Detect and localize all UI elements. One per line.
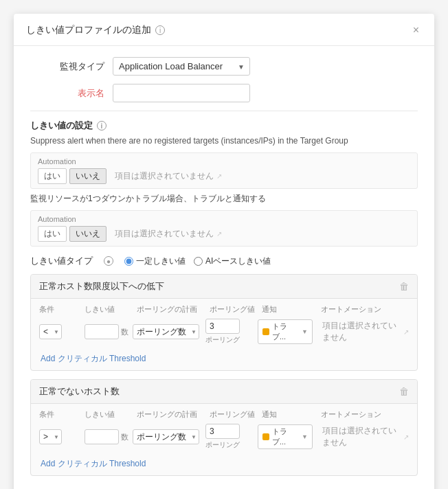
- no-button-2[interactable]: いいえ: [69, 226, 107, 242]
- status-dot-1: [262, 433, 269, 440]
- display-name-row: 表示名: [30, 84, 418, 102]
- radio-ai[interactable]: AIベースしきい値: [194, 255, 271, 267]
- threshold-settings-title: しきい値の設定 i: [30, 120, 418, 132]
- monitoring-type-select-wrapper: Application Load Balancer ▼: [113, 57, 250, 76]
- polling-sub-1: ポーリング: [205, 440, 240, 450]
- display-name-label: 表示名: [30, 87, 113, 100]
- col-header-joken-0: 条件: [39, 304, 80, 315]
- monitoring-type-control: Application Load Balancer ▼: [113, 57, 278, 76]
- col-header-polling-val-1: ポーリング値: [210, 409, 258, 420]
- trash-icon-0[interactable]: 🗑: [399, 281, 409, 292]
- threshold-settings-info-icon[interactable]: i: [97, 121, 107, 130]
- monitoring-type-label: 監視タイプ: [30, 60, 113, 73]
- threshold-type-row: しきい値タイプ ● 一定しきい値 AIベースしきい値: [30, 255, 418, 267]
- modal-title-text: しきい値プロファイルの追加: [26, 24, 151, 36]
- unit-text-0: 数: [121, 327, 128, 337]
- polling-val-input-0[interactable]: [205, 319, 240, 334]
- modal-header: しきい値プロファイルの追加 i ×: [14, 14, 434, 46]
- automation-val-1: 項目は選択されていません ↗: [317, 425, 409, 448]
- monitoring-type-select[interactable]: Application Load Balancer: [113, 57, 250, 76]
- no-selection-2: 項目は選択されていません ↗: [115, 228, 222, 240]
- monitoring-type-row: 監視タイプ Application Load Balancer ▼: [30, 57, 418, 76]
- no-selection-1: 項目は選択されていません ↗: [115, 170, 222, 182]
- polling-plan-select-0[interactable]: ポーリング数: [133, 324, 199, 339]
- polling-val-wrap-1: ポーリング: [205, 424, 254, 450]
- polling-plan-1: ポーリング数: [133, 429, 201, 444]
- condition-select-wrap-0: <: [39, 324, 62, 339]
- col-header-tsuchi-1: 通知: [262, 409, 317, 420]
- automation-label-2: Automation: [38, 215, 76, 223]
- automation-group-2: Automation はい いいえ 項目は選択されていません ↗: [30, 210, 418, 247]
- tsuchi-1: トラブ... ▼: [258, 424, 313, 449]
- trash-icon-1[interactable]: 🗑: [399, 386, 409, 397]
- threshold-type-radio-group: 一定しきい値 AIベースしきい値: [124, 255, 271, 267]
- tsuchi-0: トラブ... ▼: [258, 319, 313, 344]
- threshold-card-1: 正常でないホスト数 🗑 条件 しきい値 ポーリングの計画 ポーリング値 通知 オ…: [30, 379, 418, 476]
- col-header-tsuchi-0: 通知: [262, 304, 317, 315]
- col-header-shikii-0: しきい値: [85, 304, 133, 315]
- add-threshold-link-1[interactable]: Add クリティカル Threshold: [41, 458, 146, 470]
- automation-group-1: Automation はい いいえ 項目は選択されていません ↗: [30, 152, 418, 189]
- status-badge-1[interactable]: トラブ... ▼: [258, 424, 313, 449]
- no-selection-row-1: 項目は選択されていません ↗: [322, 425, 409, 448]
- threshold-type-info-icon[interactable]: ●: [104, 256, 113, 266]
- modal-body: 監視タイプ Application Load Balancer ▼ 表示名 しき…: [14, 46, 434, 489]
- monitor-trouble-text: 監視リソースが1つダウンかトラブル場合、トラブルと通知する: [30, 193, 418, 205]
- condition-select-wrap-1: >: [39, 429, 62, 444]
- polling-val-input-1[interactable]: [205, 424, 240, 439]
- polling-val-wrap-0: ポーリング: [205, 319, 254, 345]
- modal-container: しきい値プロファイルの追加 i × 監視タイプ Application Load…: [14, 14, 434, 489]
- threshold-row-0: < 数 ポーリング数: [39, 319, 409, 345]
- yes-button-2[interactable]: はい: [38, 226, 67, 242]
- yes-button-1[interactable]: はい: [38, 168, 67, 184]
- condition-select-0[interactable]: <: [39, 324, 62, 339]
- condition-select-1[interactable]: >: [39, 429, 62, 444]
- close-button[interactable]: ×: [410, 23, 422, 37]
- threshold-val-1: 数: [85, 429, 128, 444]
- col-header-shikii-1: しきい値: [85, 409, 133, 420]
- polling-plan-select-1[interactable]: ポーリング数: [133, 429, 199, 444]
- col-header-polling-plan-0: ポーリングの計画: [137, 304, 205, 315]
- col-header-joken-1: 条件: [39, 409, 80, 420]
- condition-wrap-0: <: [39, 324, 80, 339]
- polling-plan-select-wrap-0: ポーリング数: [133, 324, 199, 339]
- display-name-control: [113, 84, 278, 102]
- info-icon[interactable]: i: [155, 25, 165, 35]
- display-name-input[interactable]: [113, 84, 250, 102]
- threshold-card-0: 正常ホスト数限度以下への低下 🗑 条件 しきい値 ポーリングの計画 ポーリング値…: [30, 274, 418, 371]
- no-button-1[interactable]: いいえ: [69, 168, 107, 184]
- threshold-table-1: 条件 しきい値 ポーリングの計画 ポーリング値 通知 オートメーション >: [31, 404, 417, 475]
- radio-fixed[interactable]: 一定しきい値: [124, 255, 186, 267]
- status-dot-0: [262, 328, 269, 335]
- threshold-card-0-title: 正常ホスト数限度以下への低下: [39, 280, 164, 293]
- threshold-card-1-title: 正常でないホスト数: [39, 385, 120, 398]
- section-divider-1: [30, 111, 418, 111]
- add-threshold-link-0[interactable]: Add クリティカル Threshold: [41, 353, 146, 365]
- unit-text-1: 数: [121, 432, 128, 442]
- polling-sub-0: ポーリング: [205, 335, 240, 345]
- threshold-val-0: 数: [85, 324, 128, 339]
- col-header-polling-plan-1: ポーリングの計画: [137, 409, 205, 420]
- threshold-col-headers-0: 条件 しきい値 ポーリングの計画 ポーリング値 通知 オートメーション: [39, 304, 409, 315]
- col-header-automation-1: オートメーション: [321, 409, 409, 420]
- no-selection-row-0: 項目は選択されていません ↗: [322, 320, 409, 343]
- threshold-card-1-header: 正常でないホスト数 🗑: [31, 380, 417, 404]
- add-threshold-link-wrap-1: Add クリティカル Threshold: [39, 454, 409, 470]
- no-selection-arrow-1: ↗: [216, 172, 222, 180]
- threshold-input-0[interactable]: [85, 324, 119, 339]
- threshold-table-0: 条件 しきい値 ポーリングの計画 ポーリング値 通知 オートメーション <: [31, 299, 417, 370]
- status-badge-0[interactable]: トラブ... ▼: [258, 319, 313, 344]
- automation-label-1: Automation: [38, 157, 76, 166]
- col-header-automation-0: オートメーション: [321, 304, 409, 315]
- alert-text: Suppress alert when there are no registe…: [30, 136, 418, 146]
- polling-plan-select-wrap-1: ポーリング数: [133, 429, 199, 444]
- add-threshold-link-wrap-0: Add クリティカル Threshold: [39, 349, 409, 365]
- col-header-polling-val-0: ポーリング値: [210, 304, 258, 315]
- threshold-input-1[interactable]: [85, 429, 119, 444]
- polling-plan-0: ポーリング数: [133, 324, 201, 339]
- threshold-col-headers-1: 条件 しきい値 ポーリングの計画 ポーリング値 通知 オートメーション: [39, 409, 409, 420]
- threshold-card-0-header: 正常ホスト数限度以下への低下 🗑: [31, 275, 417, 299]
- threshold-row-1: > 数 ポーリング数: [39, 424, 409, 450]
- automation-val-0: 項目は選択されていません ↗: [317, 320, 409, 343]
- modal-title: しきい値プロファイルの追加 i: [26, 24, 165, 36]
